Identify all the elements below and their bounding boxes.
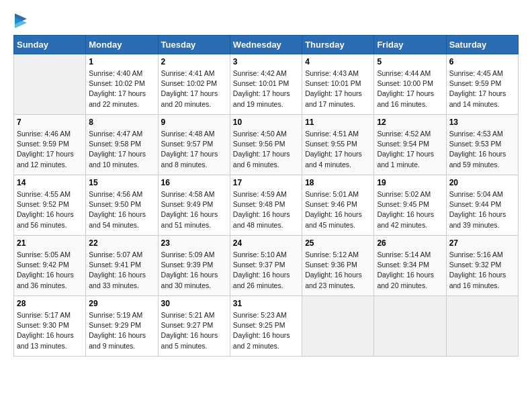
calendar-week-row: 1Sunrise: 4:40 AM Sunset: 10:02 PM Dayli… (14, 54, 519, 115)
logo-icon (15, 13, 27, 28)
day-number: 1 (89, 57, 154, 66)
calendar-cell: 20Sunrise: 5:04 AM Sunset: 9:44 PM Dayli… (446, 175, 518, 236)
day-info: Sunrise: 4:48 AM Sunset: 9:57 PM Dayligh… (161, 129, 227, 170)
calendar-cell: 26Sunrise: 5:14 AM Sunset: 9:34 PM Dayli… (374, 236, 446, 296)
calendar-cell: 10Sunrise: 4:50 AM Sunset: 9:56 PM Dayli… (230, 115, 302, 175)
day-number: 10 (233, 118, 299, 127)
calendar-cell: 11Sunrise: 4:51 AM Sunset: 9:55 PM Dayli… (302, 115, 374, 175)
day-info: Sunrise: 5:14 AM Sunset: 9:34 PM Dayligh… (377, 250, 443, 291)
day-header-monday: Monday (86, 36, 158, 54)
day-info: Sunrise: 4:41 AM Sunset: 10:02 PM Daylig… (161, 68, 227, 109)
calendar-cell (302, 296, 374, 357)
day-number: 16 (161, 178, 227, 187)
day-info: Sunrise: 5:02 AM Sunset: 9:45 PM Dayligh… (377, 189, 443, 230)
calendar-cell (446, 296, 518, 357)
day-info: Sunrise: 5:19 AM Sunset: 9:29 PM Dayligh… (89, 310, 154, 351)
day-number: 5 (377, 57, 443, 66)
day-info: Sunrise: 5:17 AM Sunset: 9:30 PM Dayligh… (17, 310, 83, 351)
calendar-cell: 19Sunrise: 5:02 AM Sunset: 9:45 PM Dayli… (374, 175, 446, 236)
day-info: Sunrise: 4:43 AM Sunset: 10:01 PM Daylig… (305, 68, 371, 109)
calendar-cell: 3Sunrise: 4:42 AM Sunset: 10:01 PM Dayli… (230, 54, 302, 115)
calendar-week-row: 7Sunrise: 4:46 AM Sunset: 9:59 PM Daylig… (14, 115, 519, 175)
day-number: 13 (449, 118, 515, 127)
day-info: Sunrise: 5:04 AM Sunset: 9:44 PM Dayligh… (449, 189, 515, 230)
calendar-cell: 5Sunrise: 4:44 AM Sunset: 10:00 PM Dayli… (374, 54, 446, 115)
logo (13, 13, 27, 28)
calendar-week-row: 28Sunrise: 5:17 AM Sunset: 9:30 PM Dayli… (14, 296, 519, 357)
day-number: 6 (449, 57, 515, 66)
day-number: 8 (89, 118, 154, 127)
calendar-cell: 28Sunrise: 5:17 AM Sunset: 9:30 PM Dayli… (14, 296, 86, 357)
day-number: 23 (161, 238, 227, 248)
day-info: Sunrise: 4:44 AM Sunset: 10:00 PM Daylig… (377, 68, 443, 109)
calendar-cell: 29Sunrise: 5:19 AM Sunset: 9:29 PM Dayli… (86, 296, 158, 357)
calendar-cell: 14Sunrise: 4:55 AM Sunset: 9:52 PM Dayli… (14, 175, 86, 236)
calendar-cell: 31Sunrise: 5:23 AM Sunset: 9:25 PM Dayli… (230, 296, 302, 357)
day-number: 31 (233, 299, 299, 308)
day-number: 27 (449, 238, 515, 248)
day-header-wednesday: Wednesday (230, 36, 302, 54)
day-number: 29 (89, 299, 154, 308)
day-info: Sunrise: 4:42 AM Sunset: 10:01 PM Daylig… (233, 68, 299, 109)
day-info: Sunrise: 5:21 AM Sunset: 9:27 PM Dayligh… (161, 310, 227, 351)
day-info: Sunrise: 5:07 AM Sunset: 9:41 PM Dayligh… (89, 250, 154, 291)
calendar-header-row: SundayMondayTuesdayWednesdayThursdayFrid… (14, 36, 519, 54)
day-number: 9 (161, 118, 227, 127)
day-info: Sunrise: 5:09 AM Sunset: 9:39 PM Dayligh… (161, 250, 227, 291)
day-info: Sunrise: 4:40 AM Sunset: 10:02 PM Daylig… (89, 68, 154, 109)
day-number: 12 (377, 118, 443, 127)
calendar-cell (374, 296, 446, 357)
day-info: Sunrise: 5:05 AM Sunset: 9:42 PM Dayligh… (17, 250, 83, 291)
day-number: 4 (305, 57, 371, 66)
day-info: Sunrise: 5:12 AM Sunset: 9:36 PM Dayligh… (305, 250, 371, 291)
page-header (13, 13, 519, 28)
day-info: Sunrise: 4:45 AM Sunset: 9:59 PM Dayligh… (449, 68, 515, 109)
day-number: 20 (449, 178, 515, 187)
calendar-table: SundayMondayTuesdayWednesdayThursdayFrid… (13, 35, 519, 357)
calendar-cell: 21Sunrise: 5:05 AM Sunset: 9:42 PM Dayli… (14, 236, 86, 296)
calendar-cell: 23Sunrise: 5:09 AM Sunset: 9:39 PM Dayli… (158, 236, 230, 296)
day-header-tuesday: Tuesday (158, 36, 230, 54)
day-number: 28 (17, 299, 83, 308)
calendar-cell: 27Sunrise: 5:16 AM Sunset: 9:32 PM Dayli… (446, 236, 518, 296)
day-info: Sunrise: 4:52 AM Sunset: 9:54 PM Dayligh… (377, 129, 443, 170)
day-number: 22 (89, 238, 154, 248)
day-number: 24 (233, 238, 299, 248)
day-info: Sunrise: 4:51 AM Sunset: 9:55 PM Dayligh… (305, 129, 371, 170)
day-info: Sunrise: 5:01 AM Sunset: 9:46 PM Dayligh… (305, 189, 371, 230)
calendar-cell: 12Sunrise: 4:52 AM Sunset: 9:54 PM Dayli… (374, 115, 446, 175)
day-header-friday: Friday (374, 36, 446, 54)
day-number: 21 (17, 238, 83, 248)
calendar-cell: 22Sunrise: 5:07 AM Sunset: 9:41 PM Dayli… (86, 236, 158, 296)
day-number: 26 (377, 238, 443, 248)
day-info: Sunrise: 4:50 AM Sunset: 9:56 PM Dayligh… (233, 129, 299, 170)
calendar-cell: 8Sunrise: 4:47 AM Sunset: 9:58 PM Daylig… (86, 115, 158, 175)
calendar-cell: 7Sunrise: 4:46 AM Sunset: 9:59 PM Daylig… (14, 115, 86, 175)
day-number: 2 (161, 57, 227, 66)
calendar-cell: 25Sunrise: 5:12 AM Sunset: 9:36 PM Dayli… (302, 236, 374, 296)
day-header-thursday: Thursday (302, 36, 374, 54)
day-info: Sunrise: 5:16 AM Sunset: 9:32 PM Dayligh… (449, 250, 515, 291)
day-info: Sunrise: 4:46 AM Sunset: 9:59 PM Dayligh… (17, 129, 83, 170)
calendar-cell: 15Sunrise: 4:56 AM Sunset: 9:50 PM Dayli… (86, 175, 158, 236)
calendar-cell: 18Sunrise: 5:01 AM Sunset: 9:46 PM Dayli… (302, 175, 374, 236)
day-number: 30 (161, 299, 227, 308)
calendar-cell (14, 54, 86, 115)
calendar-cell: 4Sunrise: 4:43 AM Sunset: 10:01 PM Dayli… (302, 54, 374, 115)
calendar-cell: 2Sunrise: 4:41 AM Sunset: 10:02 PM Dayli… (158, 54, 230, 115)
calendar-cell: 24Sunrise: 5:10 AM Sunset: 9:37 PM Dayli… (230, 236, 302, 296)
day-info: Sunrise: 4:59 AM Sunset: 9:48 PM Dayligh… (233, 189, 299, 230)
day-info: Sunrise: 4:55 AM Sunset: 9:52 PM Dayligh… (17, 189, 83, 230)
day-info: Sunrise: 4:47 AM Sunset: 9:58 PM Dayligh… (89, 129, 154, 170)
day-info: Sunrise: 4:58 AM Sunset: 9:49 PM Dayligh… (161, 189, 227, 230)
calendar-cell: 17Sunrise: 4:59 AM Sunset: 9:48 PM Dayli… (230, 175, 302, 236)
day-number: 7 (17, 118, 83, 127)
calendar-week-row: 14Sunrise: 4:55 AM Sunset: 9:52 PM Dayli… (14, 175, 519, 236)
day-number: 3 (233, 57, 299, 66)
day-header-saturday: Saturday (446, 36, 518, 54)
day-info: Sunrise: 5:23 AM Sunset: 9:25 PM Dayligh… (233, 310, 299, 351)
day-number: 14 (17, 178, 83, 187)
day-info: Sunrise: 4:53 AM Sunset: 9:53 PM Dayligh… (449, 129, 515, 170)
day-number: 15 (89, 178, 154, 187)
calendar-cell: 9Sunrise: 4:48 AM Sunset: 9:57 PM Daylig… (158, 115, 230, 175)
